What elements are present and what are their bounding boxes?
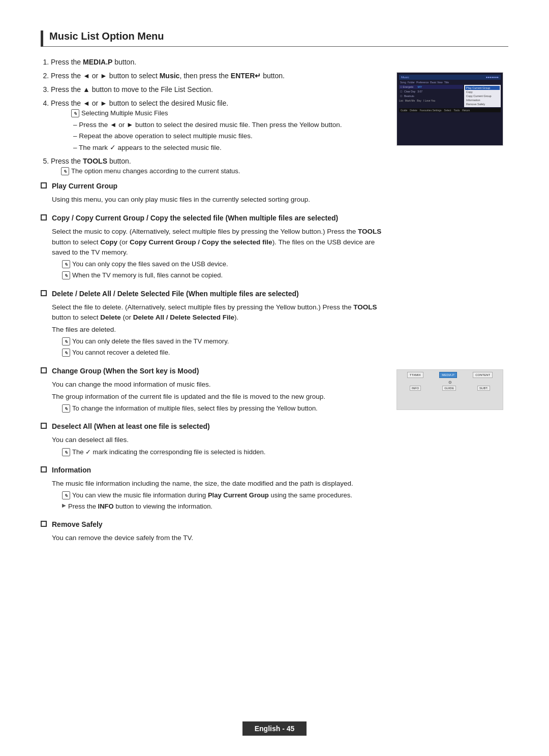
step1-bold: MEDIA.P <box>83 58 112 66</box>
note-icon-1: ✎ <box>71 109 79 117</box>
step-2: Press the ◄ or ► button to select Music,… <box>51 71 386 81</box>
screen-context-menu: Play Current Group Copy Copy Current Gro… <box>464 85 501 107</box>
section-copy-body: Select the music to copy. (Alternatively… <box>52 227 386 258</box>
section-play-current-group: Play Current Group Using this menu, you … <box>41 181 386 205</box>
section-copy-title: Copy / Copy Current Group / Copy the sel… <box>52 213 338 224</box>
remote-area: TTXMIX MEDIA.P CONTENT ⊙ INFO GUIDE SUBT… <box>396 369 508 410</box>
ctx-item-copy-group: Copy Current Group <box>465 94 500 98</box>
section-deselect-notes: ✎ The ✓ mark indicating the correspondin… <box>52 448 386 457</box>
step-4: Press the ◄ or ► button to select the de… <box>51 98 386 153</box>
delete-note-2: ✎ You cannot recover a deleted file. <box>62 348 386 357</box>
remote-row2: INFO GUIDE SUBT. <box>399 386 501 391</box>
remote-btn-guide: GUIDE <box>442 386 456 391</box>
dash-list: Press the ◄ or ► button to select the de… <box>73 120 386 153</box>
ctx-item-copy: Copy <box>465 90 500 94</box>
section-delete-title: Delete / Delete All / Delete Selected Fi… <box>52 289 299 299</box>
main-content: Press the MEDIA.P button. Press the ◄ or… <box>41 57 508 552</box>
screen-list-area: ☐ Energetic MIY ☐ Clear Day 3:07 ☐ Beatn… <box>399 85 463 107</box>
bullet-icon-play <box>41 182 47 188</box>
remote-btn-ttxmix: TTXMIX <box>407 372 423 378</box>
section-change-body1: You can change the mood information of m… <box>52 380 386 390</box>
section-info-body: The music file information including the… <box>52 479 386 489</box>
section-play-body: Using this menu, you can only play music… <box>52 195 386 205</box>
section-copy-header: Copy / Copy Current Group / Copy the sel… <box>41 213 386 224</box>
screen-bottom-bar: Guide Delete Favourites Settings Select … <box>399 108 501 112</box>
section-delete-body: Select the file to delete. (Alternativel… <box>52 302 386 323</box>
screen-status-bar: Music ●●●●●●● <box>399 75 501 80</box>
remote-btn-content: CONTENT <box>473 372 493 378</box>
step-5: Press the TOOLS button. ✎ The option men… <box>51 156 386 176</box>
note-step5: ✎ The option menu changes according to t… <box>61 167 386 176</box>
step2-bold-enter: ENTER↵ <box>231 72 261 80</box>
note-icon-inf1: ✎ <box>62 491 70 499</box>
section-remove-title: Remove Safely <box>52 519 103 530</box>
remote-row1: TTXMIX MEDIA.P CONTENT <box>399 372 501 378</box>
note-icon-copy1: ✎ <box>62 260 70 268</box>
section-deselect-body: You can deselect all files. <box>52 435 386 445</box>
screen-inner: Music ●●●●●●● Song Folder Preference Bas… <box>397 73 503 145</box>
delete-note-1: ✎ You can only delete the files saved in… <box>62 337 386 346</box>
bullet-icon-delete <box>41 290 47 296</box>
section-change-group: Change Group (When the Sort key is Mood)… <box>41 366 386 414</box>
screen-list-header: ☐ Energetic MIY <box>399 85 463 89</box>
remote-mockup: TTXMIX MEDIA.P CONTENT ⊙ INFO GUIDE SUBT… <box>396 369 503 410</box>
ctx-item-remove: Remove Safely <box>465 102 500 106</box>
right-column: Music ●●●●●●● Song Folder Preference Bas… <box>396 57 508 552</box>
note-icon-des1: ✎ <box>62 448 70 456</box>
left-column: Press the MEDIA.P button. Press the ◄ or… <box>41 57 386 552</box>
screen-main-area: ☐ Energetic MIY ☐ Clear Day 3:07 ☐ Beatn… <box>399 85 501 107</box>
info-icon-arrow: ▶ <box>62 502 66 509</box>
section-play-header: Play Current Group <box>41 181 386 192</box>
section-copy-notes: ✎ You can only copy the files saved on t… <box>52 260 386 280</box>
bullet-icon-remove <box>41 521 47 527</box>
sub-section-selecting: ✎ Selecting Multiple Music Files Press t… <box>61 109 386 153</box>
note-icon-del2: ✎ <box>62 349 70 357</box>
ctx-item-play: Play Current Group <box>465 86 500 90</box>
tv-screen-mockup: Music ●●●●●●● Song Folder Preference Bas… <box>396 72 503 146</box>
remote-circle-btn: ⊙ <box>399 380 501 385</box>
remote-btn-info: INFO <box>410 386 421 391</box>
dash-item-1: Press the ◄ or ► button to select the de… <box>73 120 386 130</box>
step-3: Press the ▲ button to move to the File L… <box>51 84 386 95</box>
deselect-note-1: ✎ The ✓ mark indicating the correspondin… <box>62 448 386 457</box>
remote-btn-subt: SUBT. <box>477 386 490 391</box>
note-icon-del1: ✎ <box>62 337 70 345</box>
change-note-1: ✎ To change the information of multiple … <box>62 404 386 413</box>
section-delete-notes: ✎ You can only delete the files saved in… <box>52 337 386 357</box>
section-change-body2: The group information of the current fil… <box>52 392 386 402</box>
copy-note-2: ✎ When the TV memory is full, files cann… <box>62 271 386 280</box>
section-remove-body: You can remove the device safely from th… <box>52 533 386 543</box>
section-change-notes: ✎ To change the information of multiple … <box>52 404 386 413</box>
note-icon-chg1: ✎ <box>62 404 70 413</box>
page-container: Music List Option Menu Press the MEDIA.P… <box>0 0 549 592</box>
section-info-title: Information <box>52 465 91 476</box>
section-info-header: Information <box>41 465 386 476</box>
section-delete-header: Delete / Delete All / Delete Selected Fi… <box>41 289 386 299</box>
info-note-2: ▶ Press the INFO button to viewing the i… <box>62 502 386 511</box>
section-deselect-header: Deselect All (When at least one file is … <box>41 421 386 432</box>
screen-tabs: Song Folder Preference Basic View Title <box>399 80 501 84</box>
section-change-title: Change Group (When the Sort key is Mood) <box>52 366 199 376</box>
note-icon-2: ✎ <box>61 167 69 175</box>
remote-btn-mediap: MEDIA.P <box>439 372 457 378</box>
step5-note-text: The option menu changes according to the… <box>71 167 240 176</box>
dash-item-3: The mark ✓ appears to the selected music… <box>73 143 386 153</box>
screen-bottom-labels: List Mark Me Boy I Love You <box>399 99 463 102</box>
dash-item-2: Repeat the above operation to select mul… <box>73 131 386 141</box>
bullet-icon-change <box>41 367 47 373</box>
section-play-title: Play Current Group <box>52 181 117 192</box>
section-deselect-all: Deselect All (When at least one file is … <box>41 421 386 456</box>
bullet-icon-deselect <box>41 423 47 429</box>
section-information: Information The music file information i… <box>41 465 386 512</box>
step2-bold-music: Music <box>160 72 180 80</box>
screen-list-row2: ☐ Beatnuts <box>399 94 463 98</box>
steps-list: Press the MEDIA.P button. Press the ◄ or… <box>51 57 386 176</box>
copy-note-1: ✎ You can only copy the files saved on t… <box>62 260 386 269</box>
section-info-notes: ✎ You can view the music file informatio… <box>52 491 386 511</box>
section-copy: Copy / Copy Current Group / Copy the sel… <box>41 213 386 280</box>
screen-list-row1: ☐ Clear Day 3:07 <box>399 89 463 93</box>
section-remove-safely: Remove Safely You can remove the device … <box>41 519 386 543</box>
ctx-item-info: Information <box>465 98 500 102</box>
step5-bold: TOOLS <box>83 157 107 165</box>
remote-inner: TTXMIX MEDIA.P CONTENT ⊙ INFO GUIDE SUBT… <box>397 370 503 410</box>
